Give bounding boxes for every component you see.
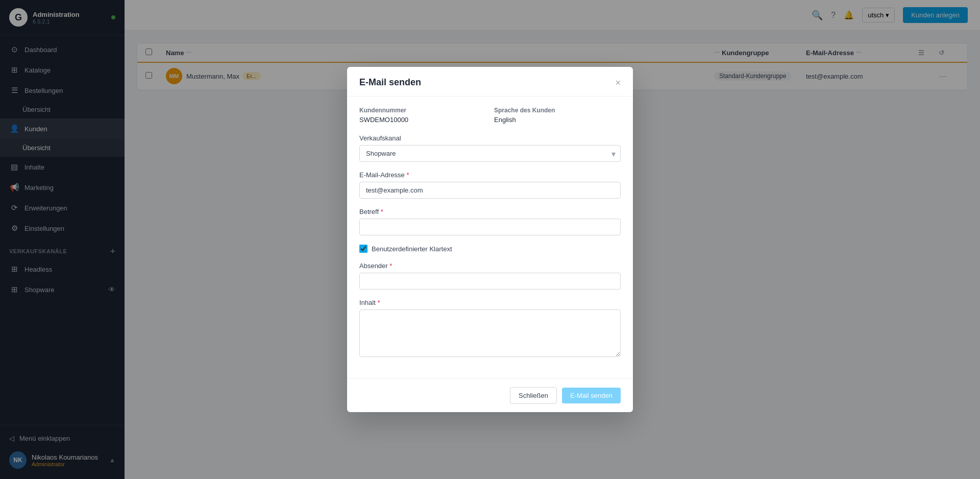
email-required-mark: * bbox=[406, 171, 409, 179]
custom-text-row: Benutzerdefinierter Klartext bbox=[359, 245, 621, 253]
close-button[interactable]: Schließen bbox=[510, 387, 557, 404]
modal-close-button[interactable]: × bbox=[615, 78, 621, 87]
modal-header: E-Mail senden × bbox=[347, 67, 633, 97]
customer-number-block: Kundennummer SWDEMO10000 bbox=[359, 107, 486, 124]
email-group: E-Mail-Adresse * bbox=[359, 171, 621, 199]
content-required-mark: * bbox=[377, 299, 380, 306]
modal-footer: Schließen E-Mail senden bbox=[347, 378, 633, 412]
subject-required-mark: * bbox=[381, 208, 383, 215]
subject-label: Betreff * bbox=[359, 208, 621, 215]
language-value: English bbox=[494, 116, 516, 124]
sender-input[interactable] bbox=[359, 273, 621, 290]
sales-channel-select[interactable]: Shopware Headless bbox=[359, 145, 621, 162]
customer-number-value: SWDEMO10000 bbox=[359, 116, 408, 124]
sender-label: Absender * bbox=[359, 262, 621, 270]
language-block: Sprache des Kunden English bbox=[494, 107, 621, 124]
send-email-button[interactable]: E-Mail senden bbox=[562, 388, 621, 403]
info-row: Kundennummer SWDEMO10000 Sprache des Kun… bbox=[359, 107, 621, 124]
modal-body: Kundennummer SWDEMO10000 Sprache des Kun… bbox=[347, 97, 633, 378]
email-modal: E-Mail senden × Kundennummer SWDEMO10000… bbox=[347, 67, 633, 412]
language-label: Sprache des Kunden bbox=[494, 107, 621, 114]
email-input[interactable] bbox=[359, 182, 621, 199]
content-group: Inhalt * bbox=[359, 299, 621, 359]
subject-input[interactable] bbox=[359, 219, 621, 235]
sales-channel-group: Verkaufskanal Shopware Headless ▾ bbox=[359, 134, 621, 162]
subject-group: Betreff * bbox=[359, 208, 621, 235]
content-label: Inhalt * bbox=[359, 299, 621, 306]
modal-title: E-Mail senden bbox=[359, 77, 421, 88]
sender-required-mark: * bbox=[389, 262, 392, 270]
customer-number-label: Kundennummer bbox=[359, 107, 486, 114]
custom-text-label: Benutzerdefinierter Klartext bbox=[372, 245, 452, 253]
modal-overlay: E-Mail senden × Kundennummer SWDEMO10000… bbox=[0, 0, 980, 479]
email-field-label: E-Mail-Adresse * bbox=[359, 171, 621, 179]
content-textarea[interactable] bbox=[359, 309, 621, 357]
sender-group: Absender * bbox=[359, 262, 621, 290]
sales-channel-select-wrapper: Shopware Headless ▾ bbox=[359, 145, 621, 162]
custom-text-checkbox[interactable] bbox=[359, 245, 368, 253]
sales-channel-label: Verkaufskanal bbox=[359, 134, 621, 142]
